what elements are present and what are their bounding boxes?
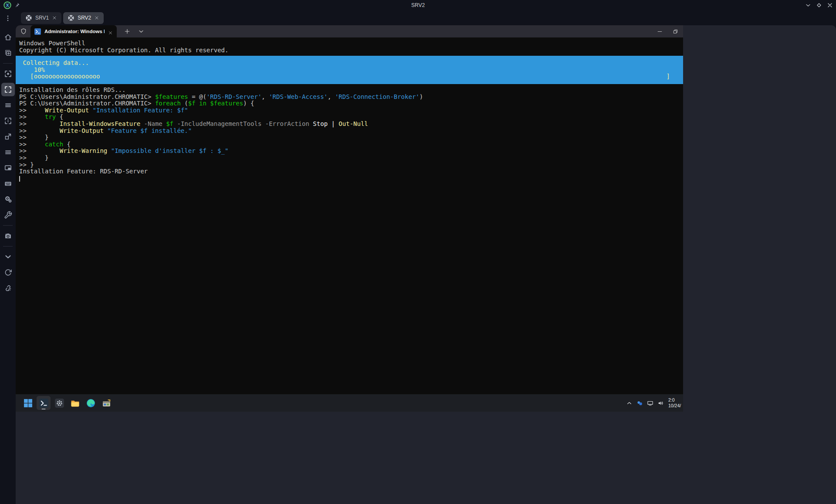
sidebar-button-expand-icon[interactable] [1,130,15,143]
sidebar-button-menu-icon[interactable] [1,98,15,112]
sidebar-button-pip-icon[interactable] [1,161,15,175]
terminal-line: Copyright (C) Microsoft Corporation. All… [19,47,683,54]
sidebar-button-keyboard-icon[interactable] [1,177,15,190]
window-minimize-button[interactable] [805,2,812,9]
terminal-line: Installation Feature: RDS-RD-Server [19,168,683,175]
sidebar-button-settings-icon[interactable] [1,193,15,206]
terminal-output[interactable]: Windows PowerShellCopyright (C) Microsof… [16,37,683,394]
refresh-icon [4,268,12,277]
terminal-minimize-button[interactable] [652,25,667,37]
sidebar-divider [3,225,13,226]
tray-tray-app-icon[interactable] [635,398,644,408]
taskbar-start-icon[interactable] [21,396,35,410]
taskbar-settings-app-icon[interactable] [52,396,66,410]
session-tab-label: SRV2 [78,15,91,21]
terminal-titlebar: Administrator: Windows Powe [16,25,683,37]
sidebar-button-menu-icon[interactable] [1,145,15,159]
sidebar-button-disconnect-icon[interactable] [1,281,15,295]
new-window-icon [4,49,12,57]
clock-time: 2:0 [668,397,683,403]
server-manager-icon [102,399,111,408]
network-icon [647,400,653,406]
terminal-line: PS C:\Users\Administrator.CHROMATIC> for… [19,100,683,107]
terminal-line: >> try { [19,114,683,121]
collapse-icon [4,253,12,261]
sidebar-button-center-view-icon[interactable] [1,67,15,81]
center-view-icon [4,70,12,78]
session-tab-label: SRV1 [35,15,49,21]
vm-console-icon [25,14,32,21]
sidebar-button-tools-icon[interactable] [1,208,15,222]
sidebar-button-collapse-icon[interactable] [1,250,15,264]
explorer-icon [71,399,80,408]
content-panel: Administrator: Windows Powe Windows Powe… [16,25,836,504]
window-title: SRV2 [0,0,836,10]
sidebar-button-refresh-icon[interactable] [1,266,15,279]
taskbar-explorer-icon[interactable] [68,396,82,410]
terminal-line: PS C:\Users\Administrator.CHROMATIC> $fe… [19,94,683,101]
expand-icon [4,132,12,141]
sidebar-button-home-icon[interactable] [1,30,15,44]
window-close-button[interactable] [826,2,833,9]
sidebar-button-fullscreen-icon[interactable] [1,83,15,96]
window-controls [805,0,833,10]
terminal-tab-title: Administrator: Windows Powe [44,29,105,34]
tab-dropdown-button[interactable] [138,28,145,35]
menu-icon [4,101,12,109]
terminal-tab-close-icon[interactable] [108,29,113,34]
settings-app-icon [55,399,64,408]
volume-icon [657,400,664,406]
tab-close-icon[interactable] [94,15,99,20]
window-maximize-button[interactable] [816,2,822,9]
admin-shield-icon [20,27,27,35]
session-tab-srv2[interactable]: SRV2 [63,12,104,24]
sidebar-button-new-window-icon[interactable] [1,46,15,60]
taskbar-terminal-icon[interactable] [37,396,51,410]
taskbar-app-icons [21,396,113,410]
progress-percent: 10% [19,67,683,74]
tab-close-icon[interactable] [52,15,57,20]
overflow-menu-icon[interactable] [4,14,12,23]
window-titlebar: SRV2 [0,0,836,10]
disconnect-icon [4,284,12,292]
vm-taskbar: 2:0 10/24/ [16,394,683,412]
terminal-restore-button[interactable] [667,25,683,37]
terminal-line: >> Write-Output "Installation Feature: $… [19,107,683,114]
tray-volume-icon[interactable] [656,398,665,408]
start-icon [24,399,33,408]
sidebar-button-fit-window-icon[interactable] [1,114,15,128]
vm-console-icon [68,14,74,21]
settings-icon [4,195,12,203]
terminal-tab[interactable]: Administrator: Windows Powe [30,25,117,37]
terminal-line: Installation des rôles RDS... [19,87,683,94]
taskbar-server-manager-icon[interactable] [99,396,113,410]
app-window: { "window": { "title": "SRV2", "controls… [0,0,836,504]
menu-icon [4,148,12,156]
progress-bar: [oooooooooooooooooo [19,73,683,80]
terminal-line: >> Write-Output "Feature $f installée." [19,128,683,135]
terminal-line: Windows PowerShell [19,40,683,47]
keyboard-icon [4,179,12,188]
tools-icon [4,211,12,219]
vm-screen[interactable]: Administrator: Windows Powe Windows Powe… [16,25,683,412]
new-tab-button[interactable] [124,28,131,35]
terminal-line: >> Install-WindowsFeature -Name $f -Incl… [19,121,683,128]
powershell-icon [34,28,41,35]
sidebar-icon-stack [0,30,16,295]
terminal-line: >> catch { [19,141,683,148]
fit-window-icon [4,117,12,125]
tray-tray-chevron-icon[interactable] [625,398,634,408]
sidebar-button-screenshot-icon[interactable] [1,229,15,243]
screenshot-icon [4,232,12,240]
tray-network-icon[interactable] [646,398,655,408]
edge-icon [86,399,95,408]
taskbar-clock[interactable]: 2:0 10/24/ [668,397,683,409]
sidebar-divider [3,246,13,247]
terminal-cursor [19,176,20,182]
progress-activity: Collecting data... [19,60,683,67]
session-tab-srv1[interactable]: SRV1 [21,12,61,24]
terminal-lines-post: Installation des rôles RDS...PS C:\Users… [19,87,683,175]
taskbar-edge-icon[interactable] [84,396,98,410]
progress-bar-end: ] [667,73,670,80]
terminal-line: >> } [19,134,683,141]
